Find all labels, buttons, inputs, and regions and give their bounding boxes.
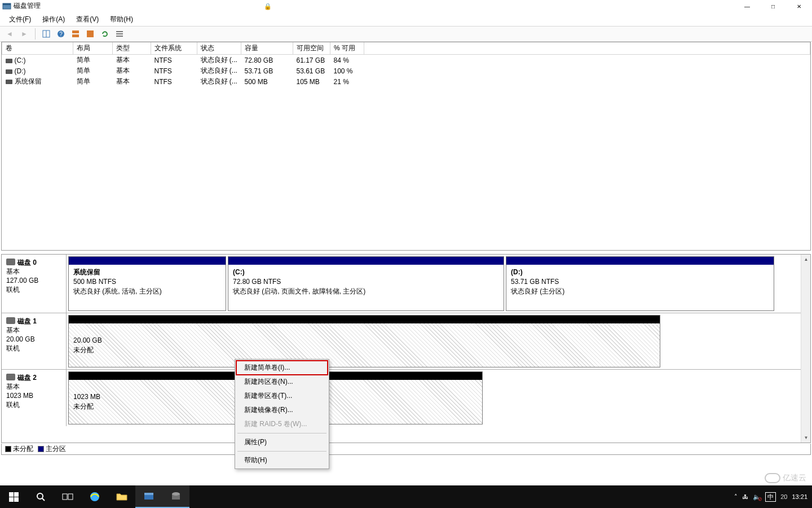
svg-rect-11 <box>116 36 123 37</box>
taskbar-server-manager[interactable] <box>135 485 162 508</box>
svg-rect-9 <box>116 31 123 32</box>
title-bar: 磁盘管理 2-DHCP1-246 on TEST – ❐ × document.… <box>0 0 812 12</box>
disk-row: 磁盘 1基本20.00 GB联机20.00 GB未分配 <box>2 313 801 370</box>
menu-action[interactable]: 操作(A) <box>38 14 69 25</box>
tray-date[interactable]: 20 <box>780 493 787 500</box>
disk-mgmt-icon <box>170 491 182 502</box>
tray-up-icon[interactable]: ˄ <box>734 493 738 501</box>
windows-logo-icon <box>9 492 19 502</box>
menu-file[interactable]: 文件(F) <box>5 14 36 25</box>
volume-icon <box>6 80 12 84</box>
context-menu-item[interactable]: 新建简单卷(I)... <box>236 361 328 375</box>
maximize-button[interactable]: □ <box>760 0 786 12</box>
svg-rect-6 <box>72 30 79 33</box>
ie-icon <box>89 491 101 503</box>
lock-icon[interactable]: 🔒 <box>264 3 272 10</box>
partition-box[interactable]: 系统保留500 MB NTFS状态良好 (系统, 活动, 主分区) <box>68 256 226 311</box>
svg-line-13 <box>42 498 45 501</box>
context-menu-item: 新建 RAID-5 卷(W)... <box>236 417 328 431</box>
table-row[interactable]: 系统保留简单基本NTFS状态良好 (...500 MB105 MB21 % <box>2 76 810 87</box>
svg-rect-7 <box>72 34 79 37</box>
col-type[interactable]: 类型 <box>113 42 151 55</box>
disk-graphical-pane: 磁盘 0基本127.00 GB联机系统保留500 MB NTFS状态良好 (系统… <box>1 254 811 443</box>
context-menu-item[interactable]: 新建带区卷(T)... <box>236 389 328 403</box>
col-percent[interactable]: % 可用 <box>330 42 364 55</box>
taskbar-ie[interactable] <box>81 485 108 508</box>
partition-body: (C:)72.80 GB NTFS状态良好 (启动, 页面文件, 故障转储, 主… <box>228 265 504 310</box>
tray-network-icon[interactable]: 🖧 <box>742 493 748 500</box>
pin-icon[interactable]: ⫰ <box>256 3 259 10</box>
watermark: 亿速云 <box>765 473 806 483</box>
disk-icon <box>6 259 15 265</box>
partition-body: 系统保留500 MB NTFS状态良好 (系统, 活动, 主分区) <box>69 265 226 310</box>
volume-icon <box>6 59 12 63</box>
task-view-button[interactable] <box>54 485 81 508</box>
context-menu-item[interactable]: 属性(P) <box>236 435 328 449</box>
nav-forward-button[interactable]: ► <box>18 28 30 40</box>
col-volume[interactable]: 卷 <box>2 42 73 55</box>
tray-clock[interactable]: 13:21 <box>792 493 807 501</box>
col-status[interactable]: 状态 <box>197 42 241 55</box>
scroll-down-icon[interactable]: ▼ <box>801 433 811 443</box>
menu-bar: 文件(F) 操作(A) 查看(V) 帮助(H) <box>0 12 812 26</box>
menu-help[interactable]: 帮助(H) <box>105 14 138 25</box>
server-manager-icon <box>143 491 155 502</box>
close-button[interactable]: ✕ <box>786 0 812 12</box>
taskbar-disk-management[interactable] <box>162 485 189 508</box>
svg-text:?: ? <box>59 31 63 37</box>
context-menu-item[interactable]: 新建跨区卷(N)... <box>236 375 328 389</box>
search-icon <box>36 492 46 502</box>
volume-icon <box>6 69 12 74</box>
legend-bar: 未分配 主分区 <box>1 444 811 455</box>
start-button[interactable] <box>0 485 27 508</box>
col-free[interactable]: 可用空间 <box>293 42 330 55</box>
context-menu-item[interactable]: 新建镜像卷(R)... <box>236 403 328 417</box>
toolbar-view2-icon[interactable] <box>84 28 96 40</box>
disk-icon <box>6 317 15 324</box>
toolbar-refresh-icon[interactable] <box>99 28 111 40</box>
col-filesystem[interactable]: 文件系统 <box>151 42 197 55</box>
partition-header <box>69 316 660 323</box>
disk-info[interactable]: 磁盘 0基本127.00 GB联机 <box>2 255 67 313</box>
disk-info[interactable]: 磁盘 1基本20.00 GB联机 <box>2 313 67 369</box>
col-layout[interactable]: 布局 <box>73 42 113 55</box>
vertical-scrollbar[interactable]: ▲ ▼ <box>801 255 810 443</box>
menu-view[interactable]: 查看(V) <box>72 14 103 25</box>
nav-back-button[interactable]: ◄ <box>3 28 16 40</box>
table-row[interactable]: (D:)简单基本NTFS状态良好 (...53.71 GB53.61 GB100… <box>2 65 810 76</box>
search-button[interactable] <box>27 485 54 508</box>
system-tray: ˄ 🖧 🔈⊘ 中 20 13:21 <box>734 492 812 502</box>
toolbar-help-icon[interactable]: ? <box>55 28 67 40</box>
svg-rect-14 <box>63 494 67 500</box>
svg-point-16 <box>90 492 99 501</box>
minimize-button[interactable]: — <box>734 0 760 12</box>
partition-box[interactable]: (C:)72.80 GB NTFS状态良好 (启动, 页面文件, 故障转储, 主… <box>228 256 504 311</box>
toolbar-list-icon[interactable] <box>113 28 126 40</box>
disk-info[interactable]: 磁盘 2基本1023 MB联机 <box>2 370 67 426</box>
partition-body: (D:)53.71 GB NTFS状态良好 (主分区) <box>506 265 774 310</box>
col-capacity[interactable]: 容量 <box>241 42 293 55</box>
table-row[interactable]: (C:)简单基本NTFS状态良好 (...72.80 GB61.17 GB84 … <box>2 55 810 66</box>
volume-table[interactable]: 卷 布局 类型 文件系统 状态 容量 可用空间 % 可用 (C:)简单基本NTF… <box>2 42 810 87</box>
partition-box[interactable]: (D:)53.71 GB NTFS状态良好 (主分区) <box>506 256 774 311</box>
taskbar-explorer[interactable] <box>108 485 135 508</box>
partition-body: 20.00 GB未分配 <box>69 323 660 367</box>
tray-volume-icon[interactable]: 🔈⊘ <box>753 493 761 501</box>
tray-ime[interactable]: 中 <box>765 492 776 502</box>
toolbar-separator <box>35 28 36 40</box>
cloud-icon <box>765 473 780 483</box>
svg-rect-18 <box>144 493 153 495</box>
scroll-up-icon[interactable]: ▲ <box>801 255 811 264</box>
context-menu-item[interactable]: 帮助(H) <box>236 453 328 467</box>
legend-unallocated: 未分配 <box>5 444 33 454</box>
volume-list-pane: 卷 布局 类型 文件系统 状态 容量 可用空间 % 可用 (C:)简单基本NTF… <box>1 42 811 251</box>
partition-header <box>506 257 774 265</box>
menu-separator <box>237 433 326 433</box>
toolbar-layout-icon[interactable] <box>40 28 52 40</box>
toolbar-view1-icon[interactable] <box>69 28 82 40</box>
task-view-icon <box>62 492 73 501</box>
partition-header <box>228 257 504 265</box>
folder-icon <box>116 492 127 501</box>
partition-unallocated[interactable]: 20.00 GB未分配 <box>68 315 660 367</box>
disk-icon <box>6 374 15 380</box>
